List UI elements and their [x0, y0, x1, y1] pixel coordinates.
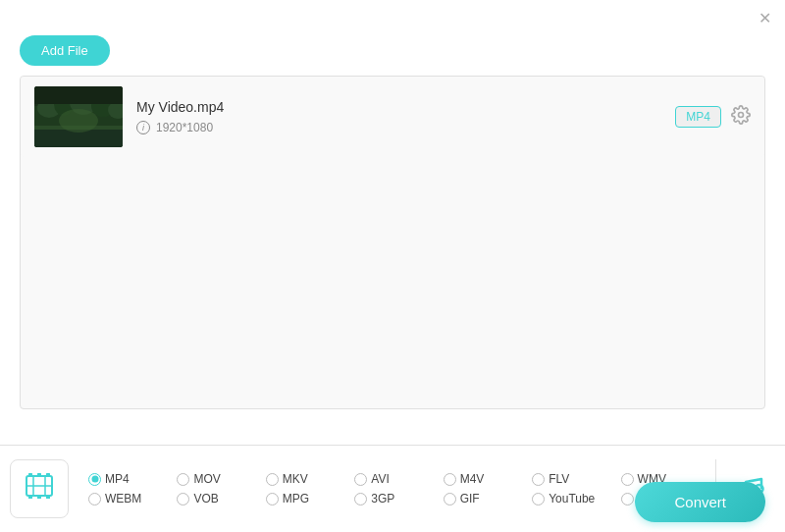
format-option-webm[interactable]: WEBM — [84, 490, 173, 507]
info-icon: i — [136, 121, 150, 134]
svg-rect-17 — [37, 473, 41, 477]
radio-wmv[interactable] — [621, 473, 634, 486]
format-option-mpg[interactable]: MPG — [262, 490, 350, 507]
format-options-grid: MP4MOVMKVAVIM4VFLVWMVWEBMVOBMPG3GPGIFYou… — [84, 462, 706, 515]
format-option-youtube[interactable]: YouTube — [528, 490, 616, 507]
close-button[interactable]: ✕ — [756, 9, 773, 27]
format-label-m4v: M4V — [460, 472, 485, 486]
video-format-icon-area[interactable] — [10, 459, 69, 518]
add-file-button[interactable]: Add File — [20, 35, 110, 66]
top-area: Add File — [0, 35, 785, 76]
radio-flv[interactable] — [532, 473, 545, 486]
format-option-mp4[interactable]: MP4 — [84, 470, 173, 488]
radio-avi[interactable] — [354, 473, 367, 486]
file-actions: MP4 — [675, 105, 751, 130]
format-label-3gp: 3GP — [371, 492, 394, 505]
svg-rect-18 — [46, 473, 50, 477]
file-item: My Video.mp4 i 1920*1080 MP4 — [21, 77, 764, 157]
svg-rect-19 — [28, 495, 32, 499]
radio-3gp[interactable] — [354, 493, 367, 505]
radio-gif[interactable] — [444, 493, 456, 505]
svg-point-9 — [59, 109, 98, 133]
svg-rect-16 — [28, 473, 32, 477]
file-thumbnail — [34, 86, 123, 147]
format-label-mov: MOV — [193, 472, 220, 486]
radio-mpg[interactable] — [266, 493, 279, 505]
format-label-mkv: MKV — [283, 472, 308, 486]
file-name: My Video.mp4 — [136, 99, 675, 115]
format-option-vob[interactable]: VOB — [173, 490, 261, 507]
svg-rect-10 — [34, 86, 123, 104]
format-option-mkv[interactable]: MKV — [262, 470, 350, 488]
svg-point-11 — [739, 112, 744, 117]
convert-button[interactable]: Convert — [635, 482, 765, 522]
format-label-mp4: MP4 — [105, 472, 130, 486]
file-meta: i 1920*1080 — [136, 121, 675, 134]
radio-mp4[interactable] — [88, 473, 101, 486]
radio-webm[interactable] — [88, 493, 101, 505]
file-info: My Video.mp4 i 1920*1080 — [123, 99, 675, 134]
format-label-vob: VOB — [193, 492, 218, 505]
format-option-3gp[interactable]: 3GP — [350, 490, 439, 507]
format-option-m4v[interactable]: M4V — [440, 470, 528, 488]
format-label-mpg: MPG — [283, 492, 309, 505]
file-resolution: 1920*1080 — [156, 121, 213, 134]
radio-youtube[interactable] — [532, 493, 545, 505]
radio-facebook[interactable] — [621, 493, 634, 505]
title-bar: ✕ — [0, 0, 785, 35]
svg-rect-20 — [37, 495, 41, 499]
convert-button-wrapper: Convert — [635, 482, 765, 522]
format-option-avi[interactable]: AVI — [350, 470, 439, 488]
settings-icon[interactable] — [731, 105, 751, 130]
radio-mov[interactable] — [177, 473, 189, 486]
format-label-gif: GIF — [460, 492, 480, 505]
radio-vob[interactable] — [177, 493, 189, 505]
format-label-webm: WEBM — [105, 492, 141, 505]
format-badge-button[interactable]: MP4 — [675, 106, 721, 128]
radio-m4v[interactable] — [444, 473, 456, 486]
radio-mkv[interactable] — [266, 473, 279, 486]
format-option-mov[interactable]: MOV — [173, 470, 261, 488]
file-list-area: My Video.mp4 i 1920*1080 MP4 — [20, 76, 765, 409]
format-label-flv: FLV — [549, 472, 569, 486]
format-option-flv[interactable]: FLV — [528, 470, 616, 488]
format-label-avi: AVI — [371, 472, 389, 486]
video-film-icon — [24, 470, 55, 508]
svg-rect-21 — [46, 495, 50, 499]
format-option-gif[interactable]: GIF — [440, 490, 528, 507]
format-label-youtube: YouTube — [549, 492, 595, 505]
